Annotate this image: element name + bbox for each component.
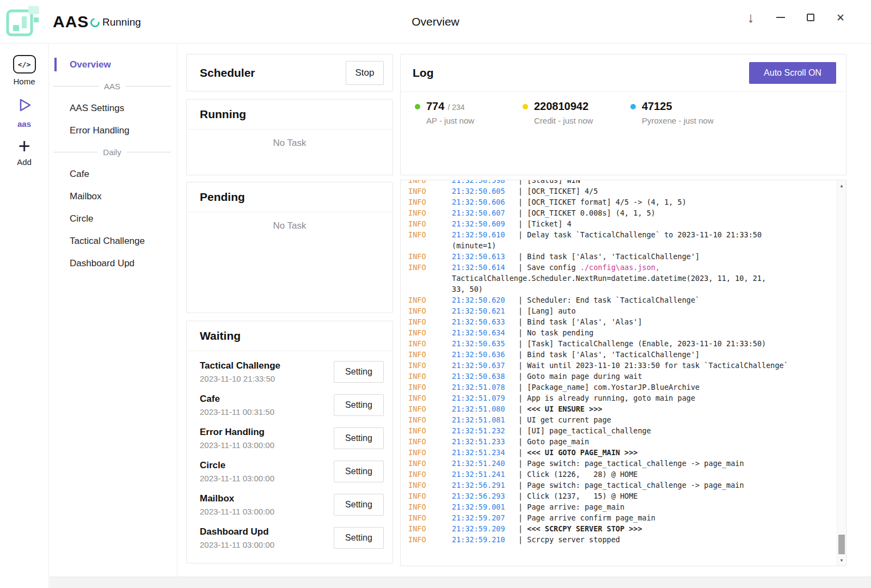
log-line: INFO21:32:51.081| UI get current page [408,414,830,425]
log-line: INFO21:32:51.234| <<< UI GOTO PAGE_MAIN … [408,447,830,458]
log-vertical-scrollbar[interactable]: ▲ ▼ [837,180,846,566]
scroll-down-arrow-icon[interactable]: ▼ [837,556,846,565]
setting-button[interactable]: Setting [334,461,384,482]
log-line: INFO21:32:50.614| Save config ./config\a… [408,262,830,273]
log-message: (minute=1) [452,240,496,251]
log-line: INFO21:32:50.598| [Status] WIN [408,180,830,186]
log-message: Page switch: page_tactical_challenge -> … [527,458,744,469]
log-line: INFO21:32:51.233| Goto page_main [408,436,830,447]
log-timestamp: 21:32:50.614 [452,262,518,273]
log-message: Scheduler: End task `TacticalChallenge` [527,295,700,305]
log-timestamp: 21:32:50.620 [452,295,518,305]
sidebar-item-cafe[interactable]: Cafe [50,163,177,185]
log-separator: | [518,469,527,480]
waiting-task-list: Tactical Challenge2023-11-10 21:33:50Set… [187,351,392,554]
pending-empty-text: No Task [187,212,392,231]
log-message-segment: Goto main page during wait [527,372,642,381]
log-line: INFO21:32:50.606| [OCR_TICKET format] 4/… [408,197,830,207]
log-card: Log Auto Scroll ON 774 / 234 AP - just n… [400,54,847,175]
log-level: INFO [408,262,452,273]
log-level: INFO [408,414,452,425]
divider-line [126,86,171,87]
log-message: Click (1237, 15) @ HOME [527,491,637,501]
sidebar-item-aas-settings[interactable]: AAS Settings [50,97,177,119]
task-info: Dashboard Upd2023-11-11 03:00:00 [200,526,274,549]
log-timestamp: 21:32:51.234 [452,447,518,458]
log-message: Scrcpy server stopped [527,534,620,545]
rail-item-home[interactable]: </> Home [0,55,48,86]
log-level: INFO [408,491,452,501]
log-message: Bind task ['Alas', 'TacticalChallenge'] [527,251,700,262]
setting-button[interactable]: Setting [334,427,384,449]
sidebar-item-dashboard-upd[interactable]: Dashboard Upd [50,252,177,274]
log-level: INFO [408,305,452,316]
log-timestamp: 21:32:50.610 [452,229,518,240]
update-download-icon[interactable]: ↓ [741,8,760,27]
sidebar-item-overview[interactable]: Overview [50,53,177,76]
setting-button[interactable]: Setting [334,494,384,516]
scrollbar-thumb[interactable] [838,535,845,554]
pending-card: Pending No Task [186,182,393,313]
auto-scroll-toggle[interactable]: Auto Scroll ON [749,62,836,84]
log-separator: | [518,338,527,349]
setting-button[interactable]: Setting [334,361,384,383]
log-separator: | [518,436,527,447]
stop-button[interactable]: Stop [346,61,384,85]
log-line: INFO21:32:59.209| <<< SCRCPY SERVER STOP… [408,523,830,534]
rail-item-add[interactable]: + Add [0,138,48,167]
scroll-up-arrow-icon[interactable]: ▲ [837,181,846,190]
log-timestamp: 21:32:51.079 [452,393,518,403]
log-line: INFO21:32:50.609| [Ticket] 4 [408,218,830,229]
log-level: INFO [408,469,452,480]
waiting-title: Waiting [200,329,241,342]
log-level: INFO [408,425,452,436]
horizontal-scrollbar-track[interactable] [50,577,871,588]
log-message-segment: Bind task ['Alas', 'TacticalChallenge'] [527,252,700,261]
log-timestamp: 21:32:51.241 [452,469,518,480]
log-message: UI get current page [527,414,611,425]
log-message-segment: [Status] WIN [527,180,580,185]
log-message: Delay task `TacticalChallenge` to 2023-1… [527,229,762,240]
sidebar-item-label: Error Handling [70,125,130,136]
log-line: INFO21:32:56.291| Page switch: page_tact… [408,480,830,491]
close-button[interactable]: ✕ [831,8,850,27]
log-timestamp: 21:32:50.613 [452,251,518,262]
log-timestamp: 21:32:51.233 [452,436,518,447]
sidebar-item-mailbox[interactable]: Mailbox [50,185,177,207]
app-logo-icon [5,4,41,38]
divider-label: AAS [104,82,120,91]
sidebar-list: OverviewAASAAS SettingsError HandlingDai… [50,53,177,274]
log-message: [OCR_TICKET format] 4/5 -> (4, 1, 5) [527,197,686,207]
log-message: Page switch: page_tactical_challenge -> … [527,480,744,491]
log-message: 33, 50) [452,284,483,295]
log-line: INFO21:32:50.638| Goto main page during … [408,371,830,382]
rail-item-aas[interactable]: aas [0,96,48,128]
log-timestamp: 21:32:51.232 [452,425,518,436]
setting-button[interactable]: Setting [334,527,384,549]
log-line: INFO21:32:51.241| Click (1226, 28) @ HOM… [408,469,830,480]
log-message: Page arrive: page_main [527,501,624,512]
sidebar-item-label: AAS Settings [70,103,124,114]
waiting-task-row-tactical-challenge: Tactical Challenge2023-11-10 21:33:50Set… [187,355,392,388]
log-line: INFO21:32:59.207| Page arrive confirm pa… [408,512,830,523]
log-message-segment: [OCR_TICKET format] 4/5 -> (4, 1, 5) [527,198,686,206]
log-timestamp: 21:32:59.001 [452,501,518,512]
log-message-segment: [UI] page_tactical_challenge [527,426,651,435]
log-message: [Task] TacticalChallenge (Enable, 2023-1… [527,338,766,349]
log-line: INFO21:32:50.620| Scheduler: End task `T… [408,295,830,305]
stat-value: 774 [426,100,444,113]
log-level: INFO [408,512,452,523]
log-level: INFO [408,480,452,491]
log-message-segment: Wait until 2023-11-10 21:33:50 for task … [527,361,788,370]
log-message-segment: Page arrive: page_main [527,503,624,511]
log-message-segment: [OCR_TICKET] 4/5 [527,187,598,195]
maximize-button[interactable] [801,8,820,27]
sidebar-item-circle[interactable]: Circle [50,207,177,230]
sidebar-item-tactical-challenge[interactable]: Tactical Challenge [50,230,177,252]
sidebar-item-error-handling[interactable]: Error Handling [50,119,177,142]
setting-button[interactable]: Setting [334,394,384,416]
minimize-button[interactable] [771,8,790,27]
log-line: INFO21:32:51.240| Page switch: page_tact… [408,458,830,469]
running-card: Running No Task [186,99,393,175]
running-spinner-icon [89,16,102,29]
